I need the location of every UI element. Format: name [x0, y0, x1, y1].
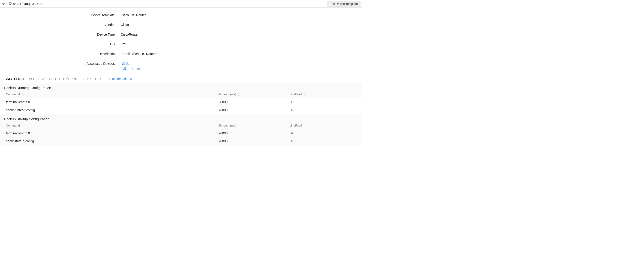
- svg-rect-24: [305, 125, 305, 126]
- detail-label: Description: [0, 52, 115, 56]
- cell-timeout: 20000: [218, 132, 290, 135]
- tabs-bar: SSH/TELNET SSH - SCP SSH - TFTP/TELNET -…: [0, 75, 362, 83]
- svg-rect-3: [41, 4, 42, 4]
- col-command-label: Command: [6, 92, 20, 96]
- detail-row: OS IOS: [0, 42, 362, 46]
- col-linefeed-header: LineFeed: [290, 124, 356, 127]
- section-backup-running: Backup Running Configuration Command Tim…: [0, 83, 362, 114]
- svg-point-14: [305, 94, 305, 94]
- cell-timeout: 20000: [218, 100, 290, 104]
- svg-rect-21: [239, 125, 239, 126]
- header-bar: Device Template Edit Device Template: [0, 0, 362, 8]
- col-timeout-header: Timeout (ms): [218, 92, 290, 96]
- svg-point-23: [305, 125, 305, 125]
- svg-point-2: [41, 3, 42, 3]
- detail-row-associated: Associated Devices NCM1 Zylker Router1: [0, 62, 362, 71]
- svg-rect-12: [239, 94, 239, 95]
- table-row: terminal length 0 20000 LF: [0, 129, 362, 137]
- info-icon: [238, 124, 240, 127]
- svg-rect-6: [135, 79, 135, 80]
- associated-device-link[interactable]: NCM1: [121, 62, 142, 65]
- svg-point-20: [239, 125, 239, 125]
- page-title: Device Template: [9, 2, 38, 6]
- tab-ssh-tftp[interactable]: SSH - TFTP/TELNET - TFTP: [49, 75, 91, 83]
- svg-point-11: [239, 94, 239, 94]
- edit-device-template-button[interactable]: Edit Device Template: [327, 1, 360, 7]
- info-icon: [22, 124, 24, 127]
- info-icon: [304, 124, 306, 127]
- info-icon: [22, 93, 24, 96]
- col-linefeed-label: LineFeed: [290, 124, 302, 127]
- detail-row: Device Template Cisco IOS Router: [0, 13, 362, 17]
- detail-label: Device Template: [0, 13, 115, 17]
- table-row: show startup-config 20000 LF: [0, 137, 362, 145]
- cell-linefeed: LF: [290, 108, 356, 112]
- cell-command: terminal length 0: [6, 132, 218, 135]
- col-command-header: Command: [6, 124, 218, 127]
- tab-ssh-scp[interactable]: SSH - SCP: [29, 75, 45, 83]
- svg-point-8: [22, 94, 23, 94]
- cell-linefeed: LF: [290, 139, 356, 143]
- detail-row: Description For all Cisco IOS Routers: [0, 52, 362, 56]
- cell-command: terminal length 0: [6, 100, 218, 104]
- cell-timeout: 20000: [218, 108, 290, 112]
- col-command-label: Command: [6, 124, 20, 127]
- detail-label: OS: [0, 42, 115, 46]
- detail-value: For all Cisco IOS Routers: [115, 52, 158, 56]
- section-title: Backup Running Configuration: [0, 83, 362, 91]
- svg-point-17: [22, 125, 23, 125]
- section-backup-startup: Backup Startup Configuration Command Tim…: [0, 114, 362, 145]
- detail-label: Vendor: [0, 23, 115, 27]
- svg-point-5: [135, 78, 135, 79]
- tab-separator: [105, 77, 105, 81]
- back-arrow-icon[interactable]: [2, 1, 7, 7]
- cell-linefeed: LF: [290, 100, 356, 104]
- detail-value: Cisco IOS Router: [115, 13, 146, 17]
- tab-oid[interactable]: OID: [95, 75, 101, 83]
- cell-linefeed: LF: [290, 132, 356, 135]
- detail-value: CiscoRouter: [115, 33, 138, 36]
- detail-value: Cisco: [115, 23, 129, 27]
- column-headers: Command Timeout (ms) LineFeed: [0, 122, 362, 129]
- details-block: Device Template Cisco IOS Router Vendor …: [0, 8, 362, 75]
- detail-label: Device Type: [0, 33, 115, 36]
- header-left: Device Template: [2, 1, 43, 7]
- table-row: show running-config 20000 LF: [0, 106, 362, 114]
- info-icon: [238, 93, 240, 96]
- col-linefeed-header: LineFeed: [290, 92, 356, 96]
- col-timeout-label: Timeout (ms): [218, 124, 236, 127]
- col-timeout-label: Timeout (ms): [218, 92, 236, 96]
- associated-device-link[interactable]: Zylker Router1: [121, 67, 142, 71]
- cell-timeout: 20000: [218, 139, 290, 143]
- col-linefeed-label: LineFeed: [290, 92, 302, 96]
- info-icon: [134, 78, 136, 80]
- svg-rect-15: [305, 94, 305, 95]
- cell-command: show running-config: [6, 108, 218, 112]
- svg-rect-18: [22, 125, 23, 126]
- detail-row: Vendor Cisco: [0, 23, 362, 27]
- col-timeout-header: Timeout (ms): [218, 124, 290, 127]
- info-icon: [304, 93, 306, 96]
- detail-value: IOS: [115, 42, 126, 46]
- svg-rect-9: [22, 94, 23, 95]
- tab-ssh-telnet[interactable]: SSH/TELNET: [4, 75, 25, 83]
- exclude-criteria-label: Exclude Criteria: [110, 77, 132, 81]
- col-command-header: Command: [6, 92, 218, 96]
- detail-value-links: NCM1 Zylker Router1: [115, 62, 142, 71]
- table-row: terminal length 0 20000 LF: [0, 98, 362, 106]
- detail-row: Device Type CiscoRouter: [0, 33, 362, 36]
- section-title: Backup Startup Configuration: [0, 114, 362, 122]
- tab-exclude-criteria[interactable]: Exclude Criteria: [110, 75, 137, 83]
- column-headers: Command Timeout (ms) LineFeed: [0, 91, 362, 98]
- detail-label: Associated Devices: [0, 62, 115, 65]
- info-icon[interactable]: [40, 2, 43, 5]
- cell-command: show startup-config: [6, 139, 218, 143]
